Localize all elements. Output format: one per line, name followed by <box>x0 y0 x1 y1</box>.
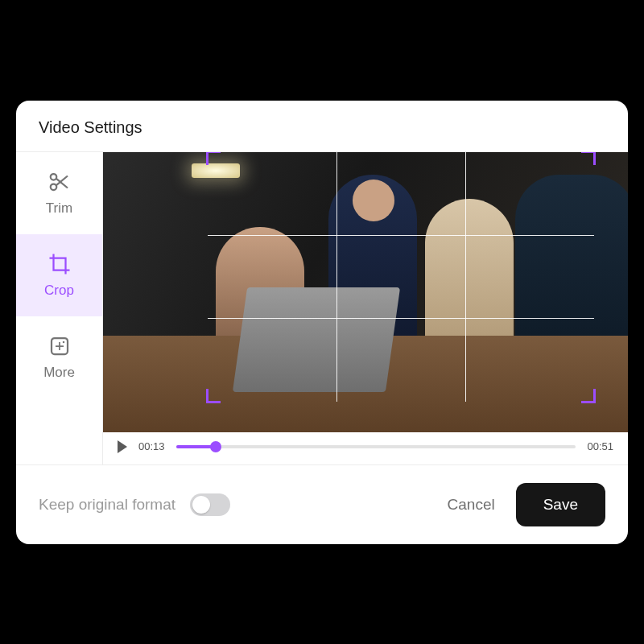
save-button[interactable]: Save <box>516 483 605 526</box>
video-preview[interactable] <box>103 152 628 432</box>
crop-icon <box>47 252 72 276</box>
current-time: 00:13 <box>138 440 165 452</box>
video-settings-panel: Video Settings Trim Crop More <box>16 101 628 544</box>
crop-handle-tr[interactable] <box>581 152 596 165</box>
sidebar-item-crop[interactable]: Crop <box>16 234 102 316</box>
panel-title: Video Settings <box>39 118 142 136</box>
sidebar-item-label: More <box>43 365 75 381</box>
total-time: 00:51 <box>587 440 613 452</box>
sidebar: Trim Crop More <box>16 152 103 464</box>
play-icon[interactable] <box>118 440 127 453</box>
keep-format-toggle[interactable] <box>190 493 230 516</box>
panel-body: Trim Crop More <box>16 152 628 464</box>
scissors-icon <box>47 170 72 194</box>
sidebar-item-label: Trim <box>46 200 72 217</box>
svg-point-5 <box>62 341 64 343</box>
panel-header: Video Settings <box>16 101 628 152</box>
preview-column: 00:13 00:51 <box>103 152 628 464</box>
cancel-button[interactable]: Cancel <box>441 488 502 522</box>
sidebar-item-trim[interactable]: Trim <box>16 152 102 234</box>
sidebar-item-more[interactable]: More <box>16 316 102 398</box>
keep-format-label: Keep original format <box>39 496 175 514</box>
sparkle-icon <box>47 334 72 358</box>
panel-footer: Keep original format Cancel Save <box>16 464 628 544</box>
sidebar-item-label: Crop <box>44 283 74 299</box>
playback-bar: 00:13 00:51 <box>103 432 628 464</box>
seek-knob[interactable] <box>210 441 221 452</box>
toggle-knob <box>192 496 210 514</box>
seek-track[interactable] <box>176 445 576 448</box>
